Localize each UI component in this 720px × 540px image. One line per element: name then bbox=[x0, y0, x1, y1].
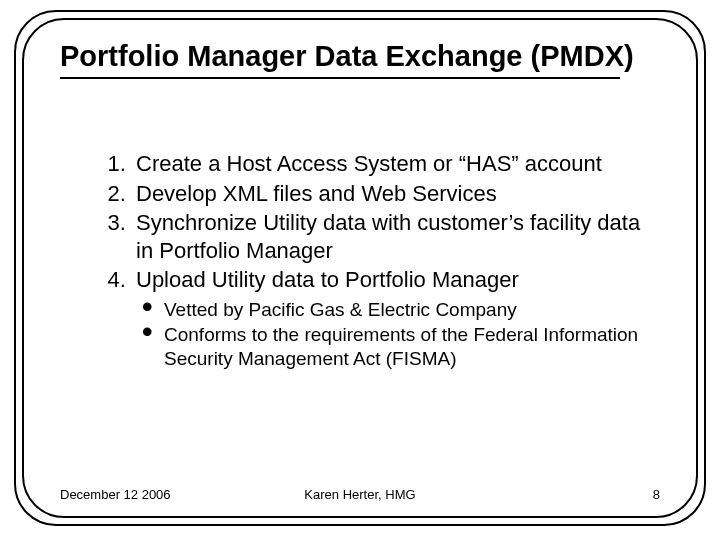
slide: Portfolio Manager Data Exchange (PMDX) C… bbox=[0, 0, 720, 540]
list-item: Synchronize Utility data with customer’s… bbox=[132, 209, 650, 264]
title-block: Portfolio Manager Data Exchange (PMDX) bbox=[60, 40, 660, 79]
footer-page-number: 8 bbox=[653, 487, 660, 502]
title-underline bbox=[60, 77, 620, 79]
list-item: Upload Utility data to Portfolio Manager bbox=[132, 266, 650, 294]
sub-list-item: Vetted by Pacific Gas & Electric Company bbox=[142, 298, 650, 322]
list-item: Develop XML files and Web Services bbox=[132, 180, 650, 208]
slide-title: Portfolio Manager Data Exchange (PMDX) bbox=[60, 40, 660, 73]
footer-date: December 12 2006 bbox=[60, 487, 171, 502]
footer: December 12 2006 Karen Herter, HMG 8 bbox=[60, 487, 660, 502]
content-area: Create a Host Access System or “HAS” acc… bbox=[100, 150, 650, 373]
sub-list-item: Conforms to the requirements of the Fede… bbox=[142, 323, 650, 371]
sub-bullet-list: Vetted by Pacific Gas & Electric Company… bbox=[100, 298, 650, 371]
list-item: Create a Host Access System or “HAS” acc… bbox=[132, 150, 650, 178]
numbered-list: Create a Host Access System or “HAS” acc… bbox=[100, 150, 650, 294]
